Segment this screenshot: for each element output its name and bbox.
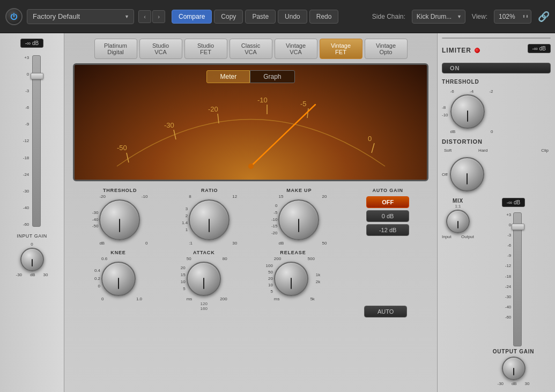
mix-section: MIX 1:1 Input Output [442,198,474,386]
paste-button[interactable]: Paste [245,10,276,24]
sidechain-label: Side Chain: [372,13,405,20]
makeup-knob[interactable] [278,199,319,240]
distortion-knob[interactable] [450,157,484,191]
power-button[interactable] [5,8,23,25]
distortion-label: DISTORTION [442,138,551,145]
threshold-knob[interactable] [99,199,140,240]
controls-bottom-row: KNEE 0.40.20 0.6 01.0 ATTACK [64,248,437,320]
tab-studio-vca[interactable]: StudioVCA [139,39,182,59]
controls-top-row: THRESHOLD -30-40-50 -20-10 dB0 RATIO [64,187,437,246]
mix-knob[interactable] [446,210,470,233]
knee-control: KNEE 0.40.20 0.6 01.0 [94,250,142,301]
attack-knob[interactable] [187,262,221,296]
svg-text:-30: -30 [164,121,174,129]
mix-sub-left: Input [442,234,452,239]
svg-text:-5: -5 [300,100,307,108]
nav-buttons: ‹ › [138,10,165,23]
limiter-db-readout: -∞ dB [528,44,551,53]
tab-output[interactable]: Output [497,38,551,39]
view-percent[interactable]: 102% [494,10,531,24]
right-threshold-label: THRESHOLD [442,79,551,85]
compare-button[interactable]: Compare [172,10,212,24]
distortion-control: Off [442,156,551,193]
svg-line-8 [307,108,308,118]
meter-button[interactable]: Meter [206,70,250,83]
svg-line-0 [127,153,129,162]
knee-label: KNEE [110,250,125,255]
knee-knob[interactable] [101,262,136,296]
meter-display: Meter Graph -50 [73,63,428,181]
meter-inner: Meter Graph -50 [75,65,427,180]
svg-text:-20: -20 [208,105,218,113]
preset-dropdown[interactable]: Factory Default [27,9,134,24]
input-knob-left-label: -30 [16,272,23,277]
release-control: RELEASE 1005020105 200500 ms5k 1k2k [265,250,320,301]
view-label: View: [472,13,487,20]
attack-control: ATTACK 2015105 5080 ms200 120160 [181,250,227,311]
output-gain-label: OUTPUT GAIN [493,349,535,354]
tab-classic-vca[interactable]: ClassicVCA [230,39,272,59]
vu-meter: -50 -30 -20 -10 -5 [75,83,427,180]
auto-gain-off-button[interactable]: OFF [366,196,409,208]
nav-next-button[interactable]: › [152,10,165,23]
auto-gain-control: AUTO GAIN OFF 0 dB -12 dB [366,188,409,236]
link-icon[interactable]: 🔗 [538,11,550,23]
meter-toggle: Meter Graph [206,70,294,83]
auto-gain-minus12db-button[interactable]: -12 dB [366,224,409,236]
limiter-label: LIMITER [442,47,471,54]
input-knob-unit: dB [30,272,35,277]
redo-button[interactable]: Redo [309,10,339,24]
input-knob-right-label: 30 [43,272,48,277]
tab-platinum-digital[interactable]: PlatinumDigital [94,39,137,59]
output-db-readout: -∞ dB [502,198,525,207]
center-area: PlatinumDigital StudioVCA StudioFET Clas… [64,33,437,392]
svg-text:0: 0 [368,135,372,143]
tab-vintage-fet[interactable]: VintageFET [320,39,362,59]
svg-text:-50: -50 [117,144,127,152]
mix-sub-right: Output [461,234,474,239]
right-threshold-knob[interactable] [450,94,485,129]
svg-line-10 [372,143,374,153]
auto-gain-label: AUTO GAIN [372,188,403,193]
input-gain-label: INPUT GAIN [17,233,47,239]
comp-type-tabs: PlatinumDigital StudioVCA StudioFET Clas… [64,33,437,63]
release-auto-button[interactable]: AUTO [364,306,407,317]
right-strip: Side Chain Output LIMITER -∞ dB ON THRES… [437,33,555,392]
right-fader-row: MIX 1:1 Input Output -∞ dB +30-3-6-9-12-… [442,196,551,388]
tab-vintage-opto[interactable]: VintageOpto [365,39,408,59]
output-db-unit: dB [512,381,517,386]
copy-button[interactable]: Copy [214,10,243,24]
distortion-sublabels: SoftHardClip [442,148,551,153]
svg-text:-10: -10 [257,96,268,104]
ratio-knob[interactable] [189,199,230,240]
output-fader[interactable] [513,212,522,346]
output-fader-handle[interactable] [512,224,524,230]
undo-button[interactable]: Undo [278,10,307,24]
right-threshold-control: -8-10 -6-4-2 dB0 [442,88,551,135]
tab-studio-fet[interactable]: StudioFET [184,39,227,59]
output-tabs: Side Chain Output [442,38,551,39]
output-db-right: 30 [525,381,530,386]
input-fader-handle[interactable] [31,73,43,79]
ratio-label: RATIO [201,188,218,193]
input-knob-top-label: 0 [31,242,33,247]
input-db-readout: -∞ dB [20,39,43,48]
sidechain-dropdown[interactable]: Kick Drum... [412,10,465,24]
release-auto-area: AUTO [364,250,407,317]
left-strip: -∞ dB +30-3-6-9-12-18-24-30-40-60 INPUT … [0,33,64,392]
input-fader[interactable] [32,55,41,227]
release-knob[interactable] [274,262,308,296]
attack-top-label: 120160 [201,301,208,311]
input-gain-knob[interactable] [20,248,44,271]
attack-label: ATTACK [193,250,214,255]
mix-ratio: 1:1 [455,204,461,209]
release-label: RELEASE [280,250,306,255]
output-gain-knob[interactable] [502,357,526,380]
tab-vintage-vca[interactable]: VintageVCA [275,39,317,59]
nav-prev-button[interactable]: ‹ [138,10,151,23]
tab-sidechain[interactable]: Side Chain [442,38,497,39]
vu-arc: -50 -30 -20 -10 -5 [101,88,401,174]
limiter-on-button[interactable]: ON [442,63,551,73]
graph-button[interactable]: Graph [250,70,294,83]
auto-gain-0db-button[interactable]: 0 dB [366,210,409,222]
